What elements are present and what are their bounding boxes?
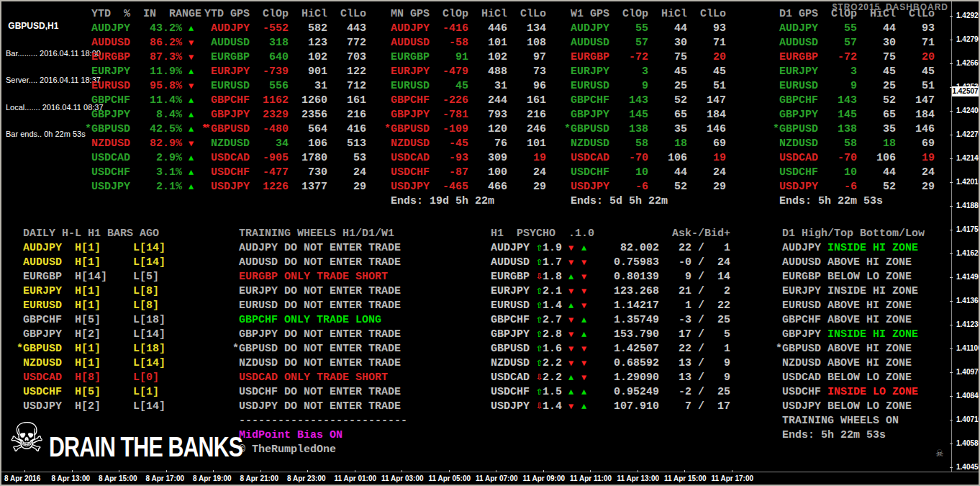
table-row: EURJPY-47948873 bbox=[384, 65, 546, 79]
price-scale[interactable]: 1.429201.427901.426601.425301.424001.422… bbox=[953, 1, 979, 472]
pair-label: AUDUSD bbox=[391, 36, 430, 50]
table-row: *GBPUSD13835146 bbox=[564, 122, 726, 137]
pair-label: USDJPY bbox=[391, 180, 430, 194]
 bbox=[278, 328, 284, 342]
arrow-up-icon: ▲ bbox=[189, 151, 201, 166]
askbid-separator: / bbox=[691, 385, 711, 400]
pair-label: AUDJPY bbox=[491, 241, 530, 256]
 bbox=[530, 400, 536, 414]
trade-advice: DO NOT ENTER TRADE bbox=[284, 328, 401, 342]
table-row: NZDUSD-4576101 bbox=[384, 137, 546, 151]
 bbox=[182, 166, 189, 180]
price-label: 1.42270 bbox=[956, 130, 980, 138]
table-row: EURGBP9110297 bbox=[384, 50, 546, 65]
pair-label: GBPUSD bbox=[491, 342, 530, 356]
 bbox=[530, 371, 536, 385]
gps-value: 488 bbox=[468, 65, 507, 79]
arrow-down-icon: ▼ bbox=[568, 400, 581, 414]
time-tick bbox=[355, 470, 355, 472]
high-bars-ago: H[1] bbox=[75, 342, 133, 356]
gps-value: 44 bbox=[648, 166, 687, 180]
low-bars-ago: L[14] bbox=[133, 328, 165, 342]
 bbox=[562, 328, 568, 342]
bid-value: 9 bbox=[711, 371, 730, 385]
table-row: USDJPY1226137729 bbox=[204, 180, 366, 194]
pair-label: NZDUSD bbox=[239, 356, 278, 371]
pair-label: GBPUSD bbox=[239, 342, 278, 356]
price-scale-separator bbox=[951, 1, 952, 472]
 bbox=[182, 50, 189, 65]
price-label: 1.41490 bbox=[956, 273, 980, 281]
bid-value: 24 bbox=[711, 256, 730, 270]
pair-label: NZDUSD bbox=[571, 137, 609, 151]
range-percent: 3.1% bbox=[130, 166, 182, 180]
table-row: AUDUSD-58101108 bbox=[384, 36, 546, 50]
h1-psycho-table: H1 PSYCHO .1.0Ask-/Bid+AUDJPY ⇧1.9 ▼▲82.… bbox=[491, 227, 730, 414]
price-value: 1.35749 bbox=[594, 313, 659, 328]
gps-value: 106 bbox=[857, 151, 896, 166]
 bbox=[278, 385, 284, 400]
low-bars-ago: L[18] bbox=[133, 313, 165, 328]
 bbox=[821, 270, 827, 284]
gps-value: 108 bbox=[507, 36, 546, 50]
pair-label: USDJPY bbox=[91, 180, 130, 194]
gps-header: MN GPSClOpHiClClLo bbox=[384, 7, 546, 22]
mn-gps-table: MN GPSClOpHiClClLoAUDJPY-416446134AUDUSD… bbox=[384, 7, 546, 209]
gps-value: 52 bbox=[857, 180, 896, 194]
gps-value: 556 bbox=[250, 79, 289, 94]
price-tick bbox=[950, 372, 953, 373]
gps-value: 772 bbox=[327, 36, 366, 50]
time-label: 8 Apr 15:00 bbox=[99, 474, 137, 482]
 bbox=[562, 371, 568, 385]
gps-value: 55 bbox=[609, 22, 648, 36]
 bbox=[530, 385, 536, 400]
table-row: GBPCHF11.4% ▲ bbox=[85, 94, 208, 108]
table-row: EURUSD95.8% ▼ bbox=[85, 79, 208, 94]
ask-value: 13 bbox=[659, 356, 691, 371]
pair-label: USDCAD bbox=[211, 151, 250, 166]
gps-value: 52 bbox=[857, 94, 896, 108]
gps-value: 24 bbox=[896, 166, 935, 180]
 bbox=[384, 194, 391, 209]
table-row: *GBPUSD H[1]L[18] bbox=[17, 342, 165, 356]
low-bars-ago: L[14] bbox=[133, 256, 165, 270]
range-percent: 42.5% bbox=[130, 122, 182, 137]
block-arrow-up-icon: ⇧ bbox=[536, 356, 543, 371]
time-tick bbox=[166, 470, 167, 472]
gps-value: 712 bbox=[327, 79, 366, 94]
arrow-down-icon: ▼ bbox=[581, 299, 594, 313]
high-bars-ago: H[5] bbox=[75, 313, 133, 328]
low-bars-ago: L[18] bbox=[133, 342, 165, 356]
psycho-value: 2.2 bbox=[543, 371, 562, 385]
time-label: 11 Apr 03:00 bbox=[381, 474, 424, 482]
time-axis[interactable]: 8 Apr 20168 Apr 13:008 Apr 15:008 Apr 17… bbox=[1, 472, 952, 485]
askbid-header: Ask-/Bid+ bbox=[594, 227, 730, 241]
gps-value: -6 bbox=[818, 180, 857, 194]
gps-value: 69 bbox=[687, 137, 726, 151]
training-wheels-table: TRAINING WHEELS H1/D1/W1AUDJPY DO NOT EN… bbox=[232, 227, 407, 457]
 bbox=[530, 342, 536, 356]
price-label: 1.41230 bbox=[956, 320, 980, 328]
block-arrow-up-icon: ⇧ bbox=[536, 299, 543, 313]
pair-label: USDCAD bbox=[239, 371, 278, 385]
mini-skull-icon: ☠ bbox=[935, 448, 944, 459]
pair-label: NZDUSD bbox=[211, 137, 250, 151]
gps-value: 134 bbox=[507, 22, 546, 36]
low-bars-ago: L[1] bbox=[133, 385, 159, 400]
table-row: EURJPY DO NOT ENTER TRADE bbox=[232, 284, 407, 299]
pair-label: AUDUSD bbox=[239, 256, 278, 270]
gps-value: 446 bbox=[468, 22, 507, 36]
 bbox=[182, 151, 189, 166]
pair-label: USDCAD bbox=[23, 371, 62, 385]
section-title: DAILY H-L H1 BARS AGO bbox=[23, 227, 159, 241]
askbid-separator: / bbox=[691, 328, 711, 342]
zone-status: INSIDE HI ZONE bbox=[827, 284, 918, 299]
 bbox=[182, 94, 189, 108]
table-row: GBPJPY-781793216 bbox=[384, 108, 546, 122]
gps-value: 10 bbox=[818, 166, 857, 180]
arrow-up-icon: ▲ bbox=[581, 385, 594, 400]
 bbox=[278, 313, 284, 328]
 bbox=[821, 328, 827, 342]
column-header: ClLo bbox=[687, 7, 726, 22]
pair-label: USDCHF bbox=[23, 385, 62, 400]
